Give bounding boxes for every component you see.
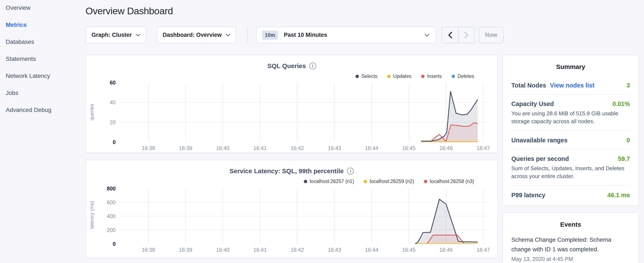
x-axis-tick-label: 16:39 [173, 145, 198, 151]
x-axis-tick-label: 16:46 [433, 247, 459, 253]
time-step-forward-button[interactable] [458, 27, 474, 43]
legend-label: localhost:26258 (n3) [430, 178, 474, 184]
y-axis-tick-label: 20 [94, 119, 116, 126]
x-axis-tick-label: 16:40 [210, 145, 236, 151]
plot-svg [120, 83, 488, 142]
summary-title: Summary [503, 55, 638, 70]
y-axis-tick-label: 60 [94, 80, 116, 86]
service-latency-chart-card: Service Latency: SQL, 99th percentile i … [86, 160, 498, 258]
time-range-dropdown[interactable]: 10m Past 10 Minutes [256, 27, 436, 43]
page: OverviewMetricsDatabasesStatementsNetwor… [0, 0, 644, 263]
sidebar-item-advanced-debug[interactable]: Advanced Debug [6, 106, 80, 114]
legend-item[interactable]: Deletes [452, 73, 474, 79]
x-axis-tick-label: 16:38 [136, 247, 161, 253]
x-axis-tick-label: 16:46 [433, 145, 459, 151]
sidebar-item-metrics[interactable]: Metrics [6, 21, 80, 29]
summary-divider [511, 130, 630, 131]
chevron-right-icon [464, 32, 469, 39]
x-axis-tick-label: 16:47 [470, 247, 496, 253]
time-range-label: Past 10 Minutes [284, 32, 424, 38]
view-nodes-list-link[interactable]: View nodes list [550, 82, 594, 89]
y-axis-tick-label: 800 [94, 185, 116, 192]
legend-dot-icon [364, 180, 367, 183]
legend-label: Updates [393, 73, 412, 79]
legend-item[interactable]: Inserts [421, 73, 442, 79]
x-axis-tick-label: 16:45 [396, 247, 422, 253]
chart-title: Service Latency: SQL, 99th percentile [230, 167, 344, 175]
summary-row-value: 59.7 [618, 155, 630, 162]
x-axis-tick-label: 16:44 [359, 145, 384, 151]
legend-item[interactable]: Selects [356, 73, 378, 79]
now-button[interactable]: Now [479, 27, 504, 43]
summary-row-value: 3 [626, 82, 630, 89]
x-axis-tick-label: 16:43 [322, 145, 347, 151]
dashboard-dropdown[interactable]: Dashboard: Overview [157, 27, 236, 43]
controls-divider [247, 27, 248, 43]
legend-item[interactable]: Updates [387, 73, 412, 79]
x-axis-tick-label: 16:45 [396, 145, 422, 151]
chevron-left-icon [448, 32, 452, 39]
legend-label: Inserts [427, 73, 442, 79]
summary-row-value: 0 [626, 137, 630, 144]
summary-row: Queries per second59.7 [511, 155, 630, 162]
legend-label: localhost:26257 (n1) [310, 178, 354, 184]
y-axis-tick-label: 600 [94, 199, 116, 205]
summary-panel: Summary Total NodesView nodes list3Capac… [502, 55, 639, 206]
legend-item[interactable]: localhost:26258 (n3) [424, 178, 474, 184]
x-axis-tick-label: 16:38 [136, 145, 161, 151]
chevron-down-icon [226, 34, 230, 37]
time-range-badge: 10m [262, 31, 278, 40]
legend-dot-icon [421, 75, 424, 78]
legend-label: localhost:26259 (n2) [370, 178, 414, 184]
legend-item[interactable]: localhost:26259 (n2) [364, 178, 414, 184]
legend-dot-icon [304, 180, 307, 183]
legend-label: Selects [362, 73, 378, 79]
summary-row: Capacity Used0.01% [511, 100, 630, 107]
sidebar-item-network-latency[interactable]: Network Latency [6, 72, 80, 80]
graph-scope-dropdown[interactable]: Graph: Cluster [86, 27, 146, 43]
summary-divider [511, 94, 630, 95]
y-axis-tick-label: 200 [94, 227, 116, 233]
event-text[interactable]: Schema Change Completed: Schema change w… [511, 235, 630, 254]
legend-label: Deletes [458, 73, 474, 79]
time-step-buttons [442, 27, 475, 43]
sidebar-item-databases[interactable]: Databases [6, 38, 80, 46]
chart-legend: localhost:26257 (n1)localhost:26259 (n2)… [304, 178, 474, 184]
x-axis-tick-label: 16:43 [322, 247, 347, 253]
event-timestamp: May 13, 2020 at 4:45 PM [511, 256, 630, 262]
events-panel: Events Schema Change Completed: Schema c… [502, 212, 639, 263]
y-axis-tick-label: 0 [94, 139, 116, 145]
legend-item[interactable]: localhost:26257 (n1) [304, 178, 354, 184]
summary-row: P99 latency46.1 ms [511, 192, 630, 199]
sidebar-item-statements[interactable]: Statements [6, 55, 80, 63]
summary-row: Unavailable ranges0 [511, 137, 630, 144]
info-icon[interactable]: i [347, 168, 354, 174]
summary-row-description: Sum of Selects, Updates, Inserts, and De… [511, 164, 630, 180]
legend-dot-icon [387, 75, 390, 78]
chart-legend: SelectsUpdatesInsertsDeletes [356, 73, 474, 79]
x-axis-tick-label: 16:41 [247, 247, 273, 253]
y-axis-unit-label: latency (ms) [89, 203, 95, 229]
sidebar-nav: OverviewMetricsDatabasesStatementsNetwor… [6, 4, 80, 123]
summary-row-label: Unavailable ranges [511, 137, 568, 144]
chevron-down-icon [424, 34, 429, 37]
x-axis-tick-label: 16:47 [470, 145, 496, 151]
sidebar-item-jobs[interactable]: Jobs [6, 89, 80, 97]
graph-scope-dropdown-label: Graph: Cluster [92, 32, 132, 38]
x-axis-tick-label: 16:41 [247, 145, 273, 151]
x-axis-tick-label: 16:44 [359, 247, 384, 253]
summary-row-value: 46.1 ms [608, 192, 630, 199]
events-title: Events [503, 213, 638, 228]
info-icon[interactable]: i [309, 63, 316, 69]
legend-dot-icon [356, 75, 359, 78]
legend-dot-icon [424, 180, 427, 183]
sidebar-item-overview[interactable]: Overview [6, 4, 80, 12]
summary-row-label: Capacity Used [511, 100, 554, 107]
x-axis-tick-label: 16:42 [284, 247, 310, 253]
y-axis-tick-label: 400 [94, 213, 116, 219]
events-list: Schema Change Completed: Schema change w… [503, 235, 638, 262]
summary-divider [511, 185, 630, 186]
dashboard-dropdown-label: Dashboard: Overview [163, 32, 222, 38]
time-step-back-button[interactable] [442, 27, 458, 43]
chevron-down-icon [136, 34, 140, 37]
